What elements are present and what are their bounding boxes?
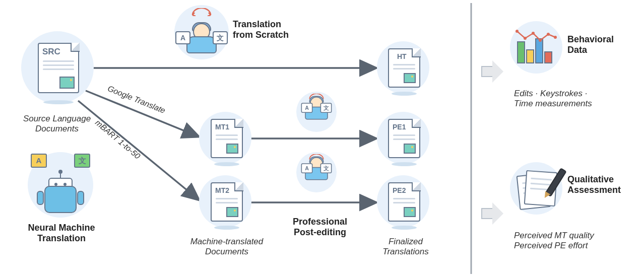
qualitative-paper-pen-icon — [515, 168, 558, 210]
output-arrow-top — [481, 60, 503, 81]
translator-card-a: A — [175, 31, 190, 44]
pe1-doc-icon: PE1 — [388, 119, 420, 158]
diagram-canvas: Google Translate mBART 1-to-50 SRC Sourc… — [0, 0, 644, 277]
ht-label: HT — [389, 49, 419, 61]
edge-mbart: mBART 1-to-50 — [93, 118, 142, 161]
translator-large-icon: A 文 — [177, 12, 226, 57]
nmt-card-a: A — [31, 154, 47, 168]
final-caption: Finalized Translations — [375, 237, 436, 257]
edge-google-translate: Google Translate — [106, 84, 166, 115]
translator-card-z: 文 — [213, 31, 228, 44]
mt-caption: Machine-translated Documents — [186, 237, 267, 257]
source-doc-label: SRC — [39, 44, 78, 58]
behavioral-detail: Edits · Keystrokes · Time measurements — [514, 89, 635, 109]
mt2-doc-icon: MT2 — [211, 182, 243, 222]
source-doc-icon: SRC — [38, 43, 79, 93]
qualitative-detail: Perceived MT quality Perceived PE effort — [514, 231, 635, 251]
svg-point-10 — [547, 33, 550, 36]
post-editing-title: Professional Post-editing — [282, 217, 358, 238]
nmt-card-z: 文 — [74, 154, 90, 168]
pe2-doc-icon: PE2 — [388, 182, 420, 222]
svg-point-8 — [532, 32, 535, 35]
svg-point-7 — [524, 37, 527, 40]
nmt-label: Neural Machine Translation — [21, 223, 102, 244]
svg-point-11 — [554, 36, 557, 39]
mt1-doc-icon: MT1 — [211, 119, 243, 158]
pe2-label: PE2 — [389, 183, 419, 195]
mt1-label: MT1 — [212, 120, 242, 132]
nmt-robot-icon: A 文 — [33, 159, 88, 215]
source-caption: Source Language Documents — [17, 114, 97, 134]
pe1-label: PE1 — [389, 120, 419, 132]
translator-pe2-icon: A 文 — [298, 157, 335, 191]
ht-doc-icon: HT — [388, 48, 420, 88]
svg-point-6 — [516, 30, 519, 33]
output-arrow-bottom — [481, 202, 503, 223]
from-scratch-title: Translation from Scratch — [233, 19, 308, 40]
mt2-label: MT2 — [212, 183, 242, 195]
behavioral-chart-icon — [516, 29, 556, 66]
behavioral-title: Behavioral Data — [567, 34, 638, 55]
translator-pe1-icon: A 文 — [298, 97, 335, 131]
qualitative-title: Qualitative Assessment — [567, 174, 643, 195]
svg-point-9 — [539, 39, 542, 42]
